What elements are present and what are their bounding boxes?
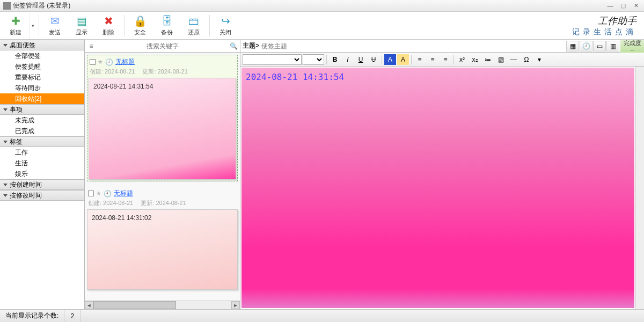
search-input[interactable] [98,42,227,50]
star-icon[interactable]: ★ [98,58,103,65]
sidebar-item[interactable]: 已完成 [0,126,84,136]
sidebar-item[interactable]: 全部便签 [0,50,84,61]
safe-button[interactable]: 🔒 安全 [127,13,153,39]
backup-label: 备份 [161,28,173,36]
sidebar-item[interactable]: 便签提醒 [0,61,84,72]
close-window-button[interactable]: ✕ [631,2,641,10]
completion-label: 完成度 [620,40,644,46]
list-icon[interactable]: ≡ [85,42,98,50]
restore-icon: 🗃 [187,14,200,27]
sidebar-item[interactable]: 未完成 [0,115,84,126]
canvas-text: 2024-08-21 14:31:54 [246,72,344,82]
bold-button[interactable]: B [329,54,341,65]
show-button[interactable]: ▤ 显示 [68,13,95,39]
search-row: ≡ 🔍 [85,40,240,53]
note-title-link[interactable]: 无标题 [114,189,133,198]
align-left-button[interactable]: ≡ [414,54,426,65]
font-size-select[interactable] [303,54,324,65]
app-icon [3,2,11,10]
status-bar: 当前显示记录个数: 2 [0,309,644,322]
sidebar-group[interactable]: 事项 [0,104,84,115]
font-family-select[interactable] [243,54,302,65]
close-label: 关闭 [219,28,231,36]
image-button[interactable]: ▧ [495,54,507,65]
sidebar-item[interactable]: 重要标记 [0,72,84,83]
sidebar-item[interactable]: 工作 [0,147,84,158]
send-button[interactable]: ✉ 发送 [41,13,68,39]
completion-indicator[interactable]: 完成度 -- [620,40,644,53]
checkbox-icon[interactable] [90,59,96,65]
show-label: 显示 [76,28,87,36]
sidebar-item[interactable]: 等待同步 [0,83,84,93]
note-list: ★🕘无标题创建: 2024-08-21更新: 2024-08-212024-08… [85,53,240,301]
font-color-button[interactable]: A [384,54,396,65]
sidebar-item[interactable]: 娱乐 [0,169,84,179]
strike-button[interactable]: U [368,54,379,65]
new-label: 新建 [10,28,21,36]
note-body: 2024-08-21 14:31:02 [87,209,238,290]
brand-line2: 记录生活点滴 [572,27,636,37]
delete-label: 删除 [103,28,114,36]
status-count: 2 [64,310,80,322]
status-label: 当前显示记录个数: [0,310,64,322]
align-center-button[interactable]: ≡ [427,54,438,65]
scroll-thumb[interactable] [93,301,176,309]
delete-button[interactable]: ✖ 删除 [95,13,122,39]
created-date: 创建: 2024-08-21 [88,199,133,207]
close-button[interactable]: ↪ 关闭 [212,13,239,39]
safe-label: 安全 [134,28,146,36]
sidebar-item[interactable]: 生活 [0,158,84,169]
maximize-button[interactable]: ▢ [618,2,628,10]
underline-button[interactable]: U [355,54,367,65]
window-title: 便签管理器 (未登录) [13,1,605,10]
sidebar: 桌面便签全部便签便签提醒重要标记等待同步回收站[2]事项未完成已完成标签工作生活… [0,40,85,309]
subject-input[interactable] [261,42,566,50]
brand-line1: 工作助手 [572,14,636,27]
horizontal-scrollbar[interactable]: ◄ ► [85,301,240,309]
hr-button[interactable]: — [508,54,519,65]
palette-button[interactable]: ▥ [606,41,619,52]
send-label: 发送 [49,28,61,36]
scroll-left-arrow[interactable]: ◄ [85,301,93,309]
symbol-button[interactable]: Ω [521,54,532,65]
new-dropdown[interactable]: ▾ [29,13,36,39]
bullet-list-button[interactable]: ≔ [482,54,494,65]
x-icon: ✖ [102,14,115,27]
superscript-button[interactable]: x² [456,54,468,65]
view-tiles-button[interactable]: ▦ [566,41,579,52]
card-button[interactable]: ▭ [593,41,606,52]
clock-button[interactable]: 🕘 [580,41,592,52]
editor-canvas[interactable]: 2024-08-21 14:31:54 [240,67,644,309]
created-date: 创建: 2024-08-21 [90,68,135,76]
align-right-button[interactable]: ≡ [440,54,451,65]
star-icon[interactable]: ★ [96,190,101,197]
layers-icon: ▤ [75,14,88,27]
sidebar-group[interactable]: 按创建时间 [0,179,84,190]
updated-date: 更新: 2024-08-21 [141,199,186,207]
sidebar-item[interactable]: 回收站[2] [0,93,84,104]
sidebar-group[interactable]: 按修改时间 [0,190,84,201]
new-button[interactable]: ✚ 新建 [2,13,29,39]
note-card[interactable]: ★🕘无标题创建: 2024-08-21更新: 2024-08-212024-08… [87,55,238,181]
restore-label: 还原 [188,28,200,36]
title-bar: 便签管理器 (未登录) — ▢ ✕ [0,0,644,12]
vertical-scrollbar[interactable] [635,67,644,309]
restore-button[interactable]: 🗃 还原 [180,13,207,39]
note-card[interactable]: ★🕘无标题创建: 2024-08-21更新: 2024-08-212024-08… [87,188,238,290]
search-icon[interactable]: 🔍 [227,42,240,50]
minimize-button[interactable]: — [605,2,615,10]
italic-button[interactable]: I [342,54,354,65]
backup-button[interactable]: 🗄 备份 [153,13,180,39]
clock-icon: 🕘 [104,190,112,197]
checkbox-icon[interactable] [88,191,94,196]
envelope-icon: ✉ [48,14,61,27]
sidebar-group[interactable]: 标签 [0,136,84,147]
subscript-button[interactable]: x₂ [469,54,481,65]
highlight-button[interactable]: A [397,54,409,65]
note-title-link[interactable]: 无标题 [115,57,135,67]
scroll-right-arrow[interactable]: ► [231,301,240,309]
note-list-panel: ≡ 🔍 ★🕘无标题创建: 2024-08-21更新: 2024-08-21202… [85,40,240,309]
main-toolbar: ✚ 新建 ▾ ✉ 发送 ▤ 显示 ✖ 删除 🔒 安全 🗄 备份 🗃 还原 ↪ 关… [0,12,644,40]
more-button[interactable]: ▾ [533,54,545,65]
sidebar-group[interactable]: 桌面便签 [0,40,84,50]
